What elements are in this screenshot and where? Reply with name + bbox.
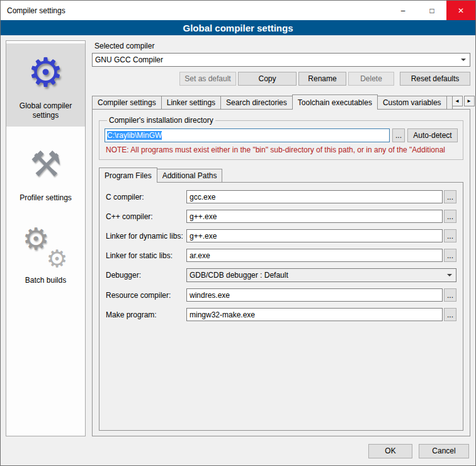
sidebar-item-label: Profiler settings bbox=[20, 193, 72, 203]
tab-scroll-buttons: ◄ ► bbox=[452, 96, 475, 108]
sidebar: ⚙ Global compiler settings ⚒ Profiler se… bbox=[6, 40, 86, 436]
installation-directory-value: C:\raylib\MinGW bbox=[107, 131, 162, 140]
c-compiler-label: C compiler: bbox=[106, 193, 186, 202]
reset-defaults-button[interactable]: Reset defaults bbox=[400, 72, 470, 86]
dialog-header-title: Global compiler settings bbox=[183, 23, 293, 33]
debugger-dropdown[interactable]: GDB/CDB debugger : Default bbox=[186, 268, 456, 282]
static-linker-input[interactable] bbox=[186, 249, 443, 262]
debugger-value: GDB/CDB debugger : Default bbox=[190, 271, 447, 280]
rename-button[interactable]: Rename bbox=[298, 72, 346, 86]
dialog-footer: OK Cancel bbox=[1, 436, 475, 465]
tab-custom-variables[interactable]: Custom variables bbox=[377, 96, 447, 109]
cancel-button[interactable]: Cancel bbox=[419, 444, 469, 458]
resource-compiler-input[interactable] bbox=[186, 288, 443, 302]
chevron-down-icon bbox=[461, 59, 466, 64]
resource-compiler-row: Resource compiler: ... bbox=[106, 288, 456, 302]
debugger-label: Debugger: bbox=[106, 271, 186, 280]
sidebar-item-profiler-settings[interactable]: ⚒ Profiler settings bbox=[6, 135, 85, 209]
stacked-gears-icon: ⚙⚙ bbox=[18, 222, 74, 272]
set-as-default-button[interactable]: Set as default bbox=[179, 72, 236, 86]
tab-compiler-settings[interactable]: Compiler settings bbox=[92, 96, 162, 109]
close-button[interactable]: ✕ bbox=[446, 1, 475, 20]
minimize-button[interactable]: – bbox=[388, 1, 417, 20]
static-linker-label: Linker for static libs: bbox=[106, 251, 186, 260]
directory-browse-button[interactable]: ... bbox=[392, 128, 405, 142]
tab-search-directories[interactable]: Search directories bbox=[220, 96, 293, 109]
compiler-settings-window: Compiler settings – □ ✕ Global compiler … bbox=[0, 0, 476, 466]
toolchain-executables-panel: Compiler's installation directory C:\ray… bbox=[92, 109, 470, 436]
ok-button[interactable]: OK bbox=[368, 444, 412, 458]
tab-scroll-left-icon[interactable]: ◄ bbox=[452, 96, 463, 106]
make-program-browse-button[interactable]: ... bbox=[444, 308, 456, 321]
dialog-content: ⚙ Global compiler settings ⚒ Profiler se… bbox=[1, 35, 475, 436]
cpp-compiler-browse-button[interactable]: ... bbox=[444, 210, 456, 223]
static-linker-row: Linker for static libs: ... bbox=[106, 249, 456, 262]
installation-directory-input[interactable]: C:\raylib\MinGW bbox=[105, 128, 390, 142]
installation-directory-group: Compiler's installation directory C:\ray… bbox=[99, 116, 463, 160]
selected-compiler-dropdown[interactable]: GNU GCC Compiler bbox=[92, 53, 470, 67]
resource-compiler-browse-button[interactable]: ... bbox=[444, 288, 456, 302]
debugger-row: Debugger: GDB/CDB debugger : Default bbox=[106, 268, 456, 282]
cpp-compiler-label: C++ compiler: bbox=[106, 212, 186, 221]
sidebar-item-label: Global compiler settings bbox=[8, 101, 83, 120]
titlebar: Compiler settings – □ ✕ bbox=[1, 1, 475, 20]
compiler-actions: Set as default Copy Rename Delete Reset … bbox=[92, 72, 470, 86]
static-linker-browse-button[interactable]: ... bbox=[444, 249, 456, 262]
tab-linker-settings[interactable]: Linker settings bbox=[161, 96, 221, 109]
note-text: NOTE: All programs must exist either in … bbox=[106, 145, 456, 154]
copy-button[interactable]: Copy bbox=[238, 72, 297, 86]
selected-compiler-label: Selected compiler bbox=[94, 42, 470, 50]
profiler-tool-icon: ⚒ bbox=[18, 139, 74, 190]
dialog-header: Global compiler settings bbox=[1, 20, 475, 35]
tab-program-files[interactable]: Program Files bbox=[99, 168, 157, 183]
dynamic-linker-row: Linker for dynamic libs: ... bbox=[106, 229, 456, 242]
settings-tab-strip: Compiler settings Linker settings Search… bbox=[92, 94, 470, 109]
program-files-panel: C compiler: ... C++ compiler: ... Linker… bbox=[99, 182, 463, 431]
dynamic-linker-input[interactable] bbox=[186, 229, 443, 242]
installation-directory-group-title: Compiler's installation directory bbox=[107, 116, 215, 125]
tab-scroll-right-icon[interactable]: ► bbox=[464, 96, 475, 106]
c-compiler-row: C compiler: ... bbox=[106, 190, 456, 203]
make-program-row: Make program: ... bbox=[106, 308, 456, 321]
dynamic-linker-label: Linker for dynamic libs: bbox=[106, 232, 186, 241]
sidebar-item-global-compiler-settings[interactable]: ⚙ Global compiler settings bbox=[6, 43, 85, 127]
cpp-compiler-row: C++ compiler: ... bbox=[106, 210, 456, 223]
gear-icon: ⚙ bbox=[18, 47, 74, 98]
selected-compiler-value: GNU GCC Compiler bbox=[95, 55, 461, 64]
resource-compiler-label: Resource compiler: bbox=[106, 291, 186, 300]
maximize-button[interactable]: □ bbox=[417, 1, 446, 20]
window-title: Compiler settings bbox=[1, 6, 65, 15]
dynamic-linker-browse-button[interactable]: ... bbox=[444, 229, 456, 242]
delete-button[interactable]: Delete bbox=[348, 72, 394, 86]
cpp-compiler-input[interactable] bbox=[186, 210, 443, 223]
installation-directory-row: C:\raylib\MinGW ... Auto-detect bbox=[105, 128, 458, 142]
make-program-label: Make program: bbox=[106, 310, 186, 319]
tab-additional-paths[interactable]: Additional Paths bbox=[157, 169, 223, 182]
c-compiler-browse-button[interactable]: ... bbox=[444, 190, 456, 203]
program-files-tab-strip: Program Files Additional Paths bbox=[99, 168, 465, 182]
chevron-down-icon bbox=[447, 274, 452, 279]
make-program-input[interactable] bbox=[186, 308, 443, 321]
main-area: Selected compiler GNU GCC Compiler Set a… bbox=[92, 40, 470, 436]
c-compiler-input[interactable] bbox=[186, 190, 443, 203]
tab-toolchain-executables[interactable]: Toolchain executables bbox=[292, 94, 378, 110]
sidebar-item-batch-builds[interactable]: ⚙⚙ Batch builds bbox=[6, 218, 85, 292]
sidebar-item-label: Batch builds bbox=[25, 276, 66, 285]
window-controls: – □ ✕ bbox=[388, 1, 475, 20]
autodetect-button[interactable]: Auto-detect bbox=[407, 128, 458, 142]
